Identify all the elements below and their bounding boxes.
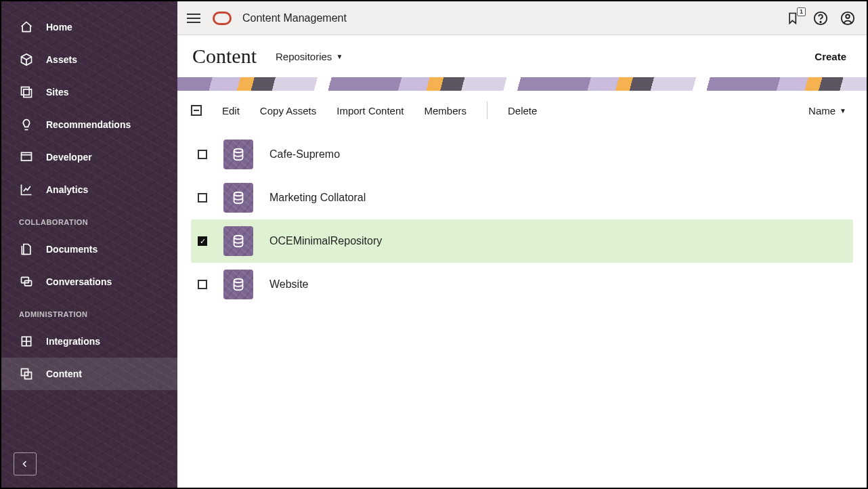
- integrations-icon: [19, 334, 34, 349]
- svg-point-15: [234, 279, 243, 283]
- svg-point-9: [820, 21, 821, 22]
- nav-label: Documents: [46, 244, 97, 255]
- create-button[interactable]: Create: [815, 51, 846, 62]
- oracle-logo-icon: [213, 12, 232, 25]
- row-checkbox[interactable]: ✓: [198, 236, 207, 246]
- select-all-checkbox[interactable]: [191, 105, 202, 116]
- nav-label: Home: [46, 22, 72, 33]
- app-title: Content Management: [242, 12, 347, 24]
- recommendations-icon: [19, 117, 34, 132]
- action-bar: Edit Copy Assets Import Content Members …: [177, 91, 867, 130]
- repository-icon: [223, 183, 253, 213]
- nav-item-assets[interactable]: Assets: [1, 43, 177, 76]
- nav-item-integrations[interactable]: Integrations: [1, 325, 177, 358]
- analytics-icon: [19, 182, 34, 197]
- copy-assets-action[interactable]: Copy Assets: [260, 105, 316, 116]
- help-button[interactable]: [812, 10, 829, 26]
- content-icon: [19, 366, 34, 381]
- repository-row[interactable]: ✓ OCEMinimalRepository: [191, 219, 853, 263]
- import-content-action[interactable]: Import Content: [337, 105, 404, 116]
- sidebar: Home Assets Sites Recommendations Develo…: [1, 1, 177, 488]
- main: Content Management 1 Content Repositorie…: [177, 1, 867, 488]
- caret-down-icon: ▼: [840, 107, 846, 114]
- nav-label: Assets: [46, 54, 77, 65]
- scope-dropdown[interactable]: Repositories ▼: [276, 51, 343, 62]
- row-checkbox[interactable]: [198, 193, 207, 203]
- repository-name: Website: [269, 278, 309, 291]
- svg-point-11: [846, 14, 850, 18]
- developer-icon: [19, 150, 34, 165]
- topbar: Content Management 1: [177, 1, 867, 35]
- collapse-sidebar-button[interactable]: [14, 452, 37, 475]
- nav-heading-administration: ADMINISTRATION: [1, 298, 177, 325]
- svg-point-13: [234, 192, 243, 196]
- repository-icon: [223, 140, 253, 169]
- nav-label: Sites: [46, 87, 68, 98]
- nav-label: Integrations: [46, 336, 100, 347]
- nav-item-recommendations[interactable]: Recommendations: [1, 108, 177, 141]
- repository-row[interactable]: Website: [191, 263, 853, 306]
- nav-label: Content: [46, 368, 82, 379]
- nav-heading-collaboration: COLLABORATION: [1, 206, 177, 233]
- home-icon: [19, 20, 34, 35]
- delete-action[interactable]: Delete: [508, 105, 537, 116]
- nav-item-analytics[interactable]: Analytics: [1, 173, 177, 206]
- nav-label: Developer: [46, 152, 92, 163]
- svg-rect-1: [24, 89, 32, 98]
- repository-name: Cafe-Supremo: [269, 148, 340, 161]
- documents-icon: [19, 242, 34, 257]
- caret-down-icon: ▼: [336, 53, 343, 60]
- action-separator: [487, 102, 487, 119]
- repository-icon: [223, 270, 253, 299]
- row-checkbox[interactable]: [198, 150, 207, 159]
- sites-icon: [19, 85, 34, 100]
- assets-icon: [19, 52, 34, 67]
- menu-toggle-button[interactable]: [186, 10, 202, 26]
- repository-name: Marketing Collatoral: [269, 192, 366, 204]
- members-action[interactable]: Members: [424, 105, 466, 116]
- svg-rect-2: [22, 152, 32, 161]
- repository-list: Cafe-Supremo Marketing Collatoral ✓ OCEM…: [177, 130, 867, 320]
- repository-row[interactable]: Marketing Collatoral: [191, 176, 853, 219]
- sort-label: Name: [808, 105, 836, 116]
- svg-rect-0: [22, 87, 30, 95]
- decorative-pattern-strip: [177, 77, 867, 91]
- svg-point-14: [234, 236, 243, 240]
- user-menu-button[interactable]: [840, 10, 856, 26]
- nav-item-developer[interactable]: Developer: [1, 141, 177, 173]
- nav-item-conversations[interactable]: Conversations: [1, 265, 177, 298]
- row-checkbox[interactable]: [198, 280, 207, 289]
- nav-item-sites[interactable]: Sites: [1, 76, 177, 108]
- nav-item-content[interactable]: Content: [1, 358, 177, 390]
- nav-label: Recommendations: [46, 119, 131, 130]
- page-header: Content Repositories ▼ Create: [177, 35, 867, 77]
- repository-row[interactable]: Cafe-Supremo: [191, 133, 853, 176]
- nav-item-documents[interactable]: Documents: [1, 233, 177, 265]
- repository-icon: [223, 226, 253, 256]
- edit-action[interactable]: Edit: [222, 105, 240, 116]
- conversations-icon: [19, 274, 34, 289]
- nav-section-main: Home Assets Sites Recommendations Develo…: [1, 1, 177, 206]
- nav-label: Analytics: [46, 184, 88, 195]
- notifications-button[interactable]: 1: [785, 10, 802, 26]
- page-title: Content: [192, 45, 257, 68]
- sort-dropdown[interactable]: Name ▼: [808, 105, 846, 116]
- notification-count-badge: 1: [797, 7, 806, 16]
- nav-label: Conversations: [46, 276, 112, 287]
- scope-dropdown-label: Repositories: [276, 51, 332, 62]
- nav-item-home[interactable]: Home: [1, 11, 177, 43]
- repository-name: OCEMinimalRepository: [269, 235, 382, 247]
- svg-point-12: [234, 149, 243, 153]
